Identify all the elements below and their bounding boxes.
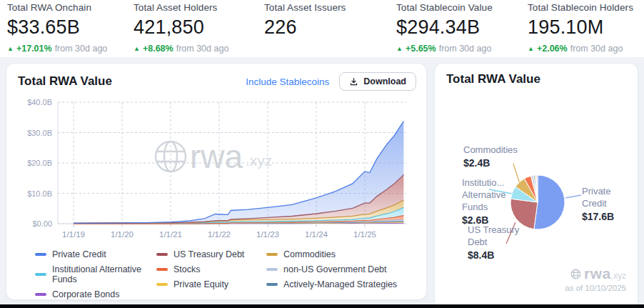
stat-total-asset-issuers: Total Asset Issuers 226 [264, 2, 396, 57]
legend-item-private-equity: Private Equity [156, 279, 266, 289]
pie-label-name: Commodities [463, 144, 518, 156]
stat-delta-period: from 30d ago [570, 44, 623, 54]
legend-swatch [266, 253, 278, 256]
stat-delta-percent: +5.65% [406, 44, 436, 54]
pie-label-private-credit: Private Credit $17.6B [582, 185, 638, 223]
card-title: Total RWA Value [18, 74, 246, 89]
legend-label: non-US Government Debt [283, 264, 387, 274]
up-arrow-icon: ▲ [396, 45, 403, 52]
download-button[interactable]: Download [339, 72, 416, 91]
globe-icon [570, 268, 582, 280]
pie-label-value: $17.6B [582, 211, 638, 223]
stat-label: Total Asset Holders [134, 2, 264, 13]
pie-label-institutional-alternative-funds: Institutio... Alternative Funds $2.6B [462, 177, 505, 227]
rwa-watermark: rwa .xyz [156, 138, 272, 175]
svg-text:1/1/25: 1/1/25 [353, 230, 376, 239]
stat-value: $33.65B [7, 16, 134, 39]
legend-item-private-credit: Private Credit [35, 249, 156, 259]
pie-label-name: Alternative [462, 189, 505, 201]
stat-total-stablecoin-holders: Total Stablecoin Holders 195.10M ▲ +2.06… [528, 2, 633, 57]
legend-swatch [266, 283, 278, 286]
pie-label-name: Debt [468, 236, 519, 248]
stat-delta: ▲ +2.06% from 30d ago [528, 44, 633, 54]
watermark-name: rwa [190, 138, 243, 175]
stat-label: Total Asset Issuers [264, 2, 396, 13]
svg-text:$40.0B: $40.0B [27, 98, 52, 106]
watermark-name: rwa [584, 265, 611, 282]
legend-swatch [266, 268, 278, 271]
legend-label: Corporate Bonds [52, 289, 120, 299]
legend-label: Institutional Alternative Funds [52, 264, 156, 284]
pie-label-name: Private Credit [582, 185, 638, 209]
stat-delta-percent: +2.06% [537, 44, 568, 54]
svg-text:1/1/22: 1/1/22 [208, 230, 231, 239]
up-arrow-icon: ▲ [134, 45, 140, 52]
download-icon [349, 77, 358, 86]
pie-label-name: Institutio... [462, 177, 505, 189]
legend-item-actively-managed-strategies: Actively-Managed Strategies [266, 279, 397, 289]
stat-total-rwa-onchain: Total RWA Onchain $33.65B ▲ +17.01% from… [7, 2, 134, 57]
legend-label: Private Equity [173, 279, 228, 289]
svg-text:1/1/21: 1/1/21 [159, 230, 182, 239]
svg-text:$30.0B: $30.0B [27, 129, 52, 137]
pie-label-commodities: Commodities $2.4B [463, 144, 518, 169]
stat-delta-period: from 30d ago [176, 44, 229, 54]
pie-label-value: $2.4B [463, 157, 518, 169]
up-arrow-icon: ▲ [7, 45, 14, 52]
stat-value: 421,850 [134, 16, 264, 39]
svg-text:$10.0B: $10.0B [27, 189, 52, 198]
rwa-pie-chart[interactable]: Commodities $2.4B Institutio... Alternat… [435, 144, 638, 272]
legend-swatch [35, 273, 46, 276]
total-rwa-value-chart-card: Total RWA Value Include Stablecoins Down… [6, 63, 427, 300]
legend-item-us-treasury-debt: US Treasury Debt [156, 249, 266, 259]
stat-label: Total Stablecoin Holders [528, 2, 633, 13]
watermark-tld: .xyz [611, 271, 626, 281]
stat-delta: ▲ +5.65% from 30d ago [396, 44, 528, 54]
legend-item-commodities: Commodities [266, 249, 397, 259]
legend-swatch [156, 253, 168, 256]
include-stablecoins-link[interactable]: Include Stablecoins [246, 76, 329, 87]
svg-text:1/1/19: 1/1/19 [62, 230, 85, 239]
legend-label: Stocks [173, 264, 201, 274]
legend-label: US Treasury Debt [173, 249, 244, 259]
legend-swatch [35, 253, 46, 256]
rwa-area-chart[interactable]: rwa .xyz $0.00$10.0B$20.0B$30.0B$40.0B1/… [12, 94, 416, 245]
legend-item-institutional-alternative-funds: Institutional Alternative Funds [35, 264, 156, 284]
stats-header: Total RWA Onchain $33.65B ▲ +17.01% from… [0, 0, 644, 57]
card-footer: rwa .xyz as of 10/10/2025 [565, 265, 626, 292]
svg-text:1/1/20: 1/1/20 [111, 230, 134, 239]
rwa-logo: rwa .xyz [565, 265, 626, 282]
window-bottom-edge [0, 304, 644, 308]
pie-slice-private-credit[interactable] [534, 175, 565, 229]
stat-value: $294.34B [396, 16, 528, 39]
stat-total-asset-holders: Total Asset Holders 421,850 ▲ +8.68% fro… [134, 2, 264, 57]
svg-text:$20.0B: $20.0B [27, 159, 52, 167]
stat-total-stablecoin-value: Total Stablecoin Value $294.34B ▲ +5.65%… [396, 2, 528, 57]
chart-legend: Private Credit Institutional Alternative… [6, 245, 426, 299]
svg-text:1/1/24: 1/1/24 [305, 230, 328, 239]
main-content: Total RWA Value Include Stablecoins Down… [0, 57, 644, 308]
svg-text:$0.00: $0.00 [32, 219, 52, 228]
legend-label: Commodities [283, 249, 336, 259]
legend-label: Actively-Managed Strategies [283, 279, 397, 289]
download-button-label: Download [363, 76, 406, 86]
pie-label-value: $8.4B [468, 249, 519, 262]
leader-line-private-credit [565, 195, 581, 198]
card-title: Total RWA Value [446, 72, 628, 86]
pie-label-name: US Treasury [468, 224, 519, 236]
stat-delta-period: from 30d ago [55, 44, 108, 54]
legend-item-corporate-bonds: Corporate Bonds [35, 289, 156, 299]
stat-value: 226 [264, 16, 396, 39]
legend-swatch [156, 268, 168, 271]
stat-delta-period: from 30d ago [439, 44, 492, 54]
svg-text:1/1/23: 1/1/23 [256, 230, 279, 239]
total-rwa-value-pie-card: Total RWA Value Commodities $2.4B Instit… [434, 63, 638, 308]
legend-item-non-us-government-debt: non-US Government Debt [266, 264, 397, 274]
watermark-tld: .xyz [246, 152, 272, 169]
legend-label: Private Credit [52, 249, 106, 259]
stat-delta-percent: +8.68% [143, 44, 173, 54]
stat-label: Total Stablecoin Value [396, 2, 528, 13]
legend-swatch [156, 283, 168, 286]
stat-delta-percent: +17.01% [16, 44, 52, 54]
legend-item-stocks: Stocks [156, 264, 266, 274]
